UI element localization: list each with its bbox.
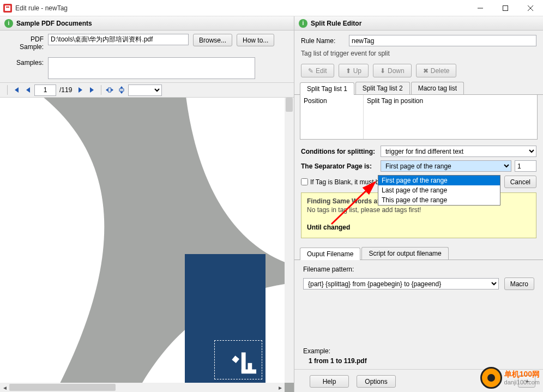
blank-tag-label: If Tag is Blank, it must be [310, 178, 383, 186]
filename-pattern-label: Filename pattern: [303, 266, 534, 273]
howto-button[interactable]: How to... [237, 34, 274, 46]
separator-select[interactable]: First page of the range [381, 160, 511, 172]
dropdown-option[interactable]: This page of the range [378, 195, 500, 205]
first-page-button[interactable] [10, 85, 21, 95]
example-label: Example: [303, 347, 534, 355]
page-input[interactable] [34, 85, 56, 96]
tag-list-table[interactable]: Position Split Tag in position [300, 95, 538, 140]
separator-dropdown-list: First page of the range Last page of the… [378, 175, 500, 206]
column-position: Position [300, 95, 364, 139]
delete-button: ✖Delete [416, 64, 457, 77]
help-button[interactable]: Help [310, 375, 349, 388]
right-panel-header: i Split Rule Editor [294, 16, 543, 31]
close-button[interactable] [518, 0, 543, 16]
info-icon: i [4, 19, 13, 28]
svg-rect-8 [119, 89, 124, 91]
dropdown-option[interactable]: First page of the range [378, 176, 500, 185]
minimize-button[interactable] [468, 0, 493, 16]
page-total: /119 [57, 86, 74, 94]
taglist-caption: Tag list of trigger event for split [301, 50, 536, 57]
pdf-sample-label: PDF Sample: [5, 34, 44, 51]
conditions-label: Conditions for splitting: [301, 148, 377, 155]
dropdown-option[interactable]: Last page of the range [378, 185, 500, 195]
app-icon [3, 4, 12, 13]
tab-split-tag-1[interactable]: Split Tag list 1 [300, 82, 354, 95]
fit-width-button[interactable] [104, 85, 115, 95]
rule-name-input[interactable] [349, 35, 536, 46]
samples-label: Samples: [5, 57, 44, 67]
maximize-button[interactable] [493, 0, 518, 16]
info-icon: i [299, 19, 307, 28]
right-header-title: Split Rule Editor [311, 20, 361, 27]
left-panel: i Sample PDF Documents PDF Sample: Brows… [0, 16, 294, 392]
vertical-scrollbar[interactable] [285, 98, 294, 383]
tab-macro-tag[interactable]: Macro tag list [411, 82, 464, 94]
blank-tag-checkbox[interactable] [301, 178, 308, 185]
example-value: 1 from 1 to 119.pdf [303, 357, 534, 365]
window-title: Edit rule - newTag [15, 4, 468, 12]
tab-split-tag-2[interactable]: Split Tag list 2 [355, 82, 410, 94]
pdf-blue-block [185, 254, 266, 383]
edit-icon: ✎ [308, 67, 313, 75]
left-panel-header: i Sample PDF Documents [0, 16, 294, 31]
samples-listbox[interactable] [48, 57, 255, 79]
separator-number-input[interactable] [515, 160, 536, 172]
fit-height-button[interactable] [116, 85, 127, 95]
svg-rect-4 [503, 5, 508, 10]
up-button: ⬆Up [339, 64, 369, 77]
filename-pattern-select[interactable]: {part} {splittag} from {pagebegin} to {p… [303, 278, 499, 290]
svg-rect-7 [108, 88, 111, 92]
horizontal-scrollbar[interactable]: ◂▸ [0, 383, 285, 392]
pdf-sample-input[interactable] [48, 34, 189, 45]
svg-rect-2 [6, 7, 9, 8]
arrow-up-icon: ⬆ [346, 67, 351, 75]
conditions-select[interactable]: trigger for find different text [381, 146, 536, 157]
column-split-tag: Split Tag in position [364, 95, 537, 139]
separator-label: The Separator Page is: [301, 162, 377, 170]
svg-rect-13 [242, 370, 256, 374]
hint-line2: No tags in tag list, please add tags fir… [307, 206, 530, 214]
browse-button[interactable]: Browse... [193, 34, 232, 46]
pdf-preview[interactable]: ◂▸ [0, 98, 294, 392]
hint-line3: Until changed [307, 224, 530, 231]
cancel-button[interactable]: Cancel [504, 176, 536, 188]
titlebar: Edit rule - newTag [0, 0, 543, 16]
last-page-button[interactable] [87, 85, 98, 95]
macro-button[interactable]: Macro [504, 278, 534, 290]
add-button[interactable]: ＋ [518, 375, 535, 388]
tab-script-output[interactable]: Script for output filename [361, 247, 448, 260]
pager-toolbar: /119 [0, 82, 294, 98]
zoom-select[interactable] [128, 85, 162, 96]
svg-rect-10 [232, 355, 239, 363]
tab-output-filename[interactable]: Ouput Filename [300, 248, 360, 260]
options-button[interactable]: Options [357, 375, 396, 388]
delete-icon: ✖ [423, 67, 429, 75]
edit-button: ✎Edit [301, 64, 334, 77]
selection-marquee[interactable] [214, 340, 262, 379]
left-header-title: Sample PDF Documents [16, 20, 92, 27]
prev-page-button[interactable] [22, 85, 33, 95]
arrow-down-icon: ⬇ [380, 67, 385, 75]
rule-name-label: Rule Name: [301, 37, 345, 45]
next-page-button[interactable] [75, 85, 86, 95]
down-button: ⬇Down [373, 64, 412, 77]
svg-rect-1 [5, 5, 10, 11]
